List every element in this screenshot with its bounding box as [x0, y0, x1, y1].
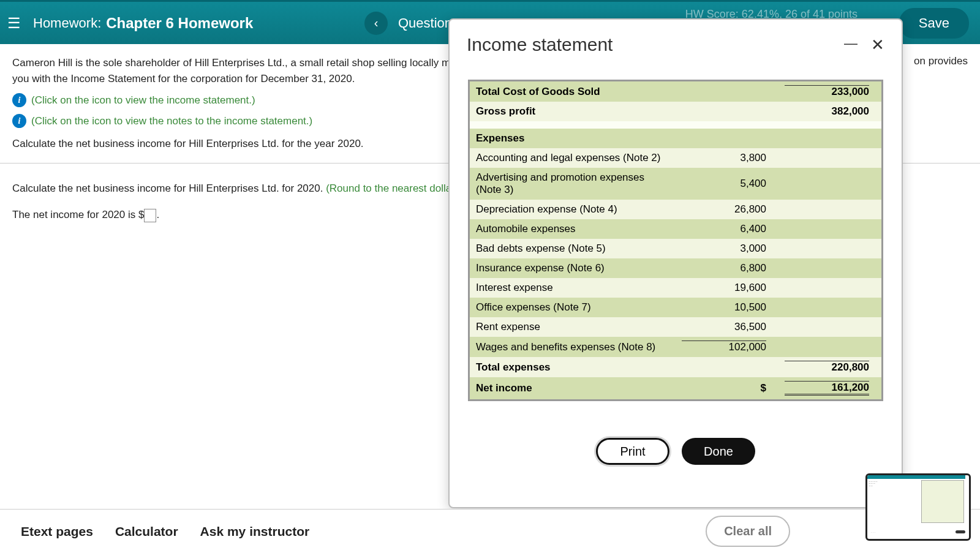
- row-value-2: [778, 129, 881, 148]
- modal-controls: — ✕: [844, 36, 884, 55]
- table-row: Gross profit382,000: [470, 102, 881, 121]
- ask-instructor-link[interactable]: Ask my instructor: [200, 524, 310, 539]
- thumbnail-preview[interactable]: — — — —— — —— — · · ·: [865, 473, 971, 541]
- hint-income-statement[interactable]: (Click on the icon to view the income st…: [31, 92, 255, 108]
- row-value-2: [778, 168, 881, 200]
- table-row: Accounting and legal expenses (Note 2)3,…: [470, 148, 881, 168]
- info-icon[interactable]: i: [12, 93, 26, 107]
- table-row: Total expenses220,800: [470, 357, 881, 377]
- row-label: Depreciation expense (Note 4): [470, 200, 676, 219]
- row-value-1: 10,500: [676, 298, 778, 317]
- row-value-2: [778, 239, 881, 258]
- calc-prompt-text: Calculate the net business income for Hi…: [12, 182, 326, 194]
- row-value-1: 6,400: [676, 219, 778, 239]
- row-value-1: 26,800: [676, 200, 778, 219]
- row-value-2: [778, 258, 881, 278]
- table-row: Depreciation expense (Note 4)26,800: [470, 200, 881, 219]
- row-value-1: $: [676, 377, 778, 399]
- done-button[interactable]: Done: [682, 438, 755, 465]
- close-icon[interactable]: ✕: [871, 36, 884, 55]
- menu-icon[interactable]: ☰: [7, 15, 21, 32]
- row-value-2: [778, 298, 881, 317]
- table-row: Total Cost of Goods Sold233,000: [470, 81, 881, 102]
- income-statement-modal: Income statement — ✕ Total Cost of Goods…: [448, 18, 903, 508]
- table-row: Bad debts expense (Note 5)3,000: [470, 239, 881, 258]
- row-value-2: [778, 317, 881, 337]
- answer-suffix: .: [156, 209, 159, 220]
- row-label: Accounting and legal expenses (Note 2): [470, 148, 676, 168]
- row-value-2: [778, 121, 881, 129]
- modal-buttons: Print Done: [450, 438, 902, 465]
- homework-title: Chapter 6 Homework: [106, 15, 253, 32]
- row-value-2: 161,200: [778, 377, 881, 399]
- row-value-2: 233,000: [778, 81, 881, 102]
- chevron-left-icon: ‹: [374, 16, 379, 30]
- row-value-1: [676, 102, 778, 121]
- row-label: Gross profit: [470, 102, 676, 121]
- row-label: [470, 121, 676, 129]
- modal-header: Income statement — ✕: [450, 20, 902, 61]
- minimize-icon[interactable]: —: [844, 36, 858, 55]
- table-row: Advertising and promotion expenses (Note…: [470, 168, 881, 200]
- problem-line-2: you with the Income Statement for the co…: [12, 73, 355, 85]
- row-value-2: 220,800: [778, 357, 881, 377]
- modal-title: Income statement: [467, 34, 612, 55]
- table-row: Office expenses (Note 7)10,500: [470, 298, 881, 317]
- row-value-1: 5,400: [676, 168, 778, 200]
- row-value-2: [778, 200, 881, 219]
- info-icon[interactable]: i: [12, 114, 26, 128]
- row-label: Rent expense: [470, 317, 676, 337]
- table-row: Wages and benefits expenses (Note 8)102,…: [470, 337, 881, 357]
- etext-pages-link[interactable]: Etext pages: [21, 524, 93, 539]
- truncated-text: on provides: [914, 55, 968, 67]
- row-label: Advertising and promotion expenses (Note…: [470, 168, 676, 200]
- net-income-input[interactable]: [144, 209, 156, 222]
- row-value-1: [676, 129, 778, 148]
- row-value-1: [676, 357, 778, 377]
- row-label: Interest expense: [470, 278, 676, 298]
- calculator-link[interactable]: Calculator: [115, 524, 178, 539]
- table-row: Net income$161,200: [470, 377, 881, 399]
- row-value-2: 382,000: [778, 102, 881, 121]
- row-value-1: 36,500: [676, 317, 778, 337]
- row-value-1: 102,000: [676, 337, 778, 357]
- row-label: Total expenses: [470, 357, 676, 377]
- answer-prefix: The net income for 2020 is $: [12, 209, 144, 220]
- row-value-1: 19,600: [676, 278, 778, 298]
- table-row: Interest expense19,600: [470, 278, 881, 298]
- print-button[interactable]: Print: [596, 438, 669, 465]
- row-value-1: [676, 121, 778, 129]
- question-label: Question: [398, 15, 452, 31]
- row-value-2: [778, 337, 881, 357]
- row-value-1: 6,800: [676, 258, 778, 278]
- row-value-1: [676, 81, 778, 102]
- row-label: Total Cost of Goods Sold: [470, 81, 676, 102]
- footer: Etext pages Calculator Ask my instructor…: [0, 509, 980, 553]
- income-statement-table: Total Cost of Goods Sold233,000Gross pro…: [470, 81, 881, 399]
- row-value-2: [778, 278, 881, 298]
- row-label: Wages and benefits expenses (Note 8): [470, 337, 676, 357]
- statement-frame: Total Cost of Goods Sold233,000Gross pro…: [468, 80, 883, 401]
- row-value-1: 3,000: [676, 239, 778, 258]
- row-label: Office expenses (Note 7): [470, 298, 676, 317]
- row-label: Automobile expenses: [470, 219, 676, 239]
- row-value-2: [778, 219, 881, 239]
- hint-notes[interactable]: (Click on the icon to view the notes to …: [31, 113, 312, 129]
- table-row: Rent expense36,500: [470, 317, 881, 337]
- row-label: Expenses: [470, 129, 676, 148]
- row-label: Net income: [470, 377, 676, 399]
- row-label: Insurance expense (Note 6): [470, 258, 676, 278]
- previous-question-button[interactable]: ‹: [364, 12, 388, 35]
- table-row: Insurance expense (Note 6)6,800: [470, 258, 881, 278]
- table-row: Automobile expenses6,400: [470, 219, 881, 239]
- homework-label: Homework:: [33, 15, 101, 31]
- table-row: [470, 121, 881, 129]
- row-label: Bad debts expense (Note 5): [470, 239, 676, 258]
- clear-all-button[interactable]: Clear all: [706, 516, 790, 547]
- problem-line-1: Cameron Hill is the sole shareholder of …: [12, 57, 468, 69]
- round-instruction: (Round to the nearest dollar.): [326, 182, 461, 194]
- row-value-1: 3,800: [676, 148, 778, 168]
- table-row: Expenses: [470, 129, 881, 148]
- save-button[interactable]: Save: [899, 8, 969, 39]
- row-value-2: [778, 148, 881, 168]
